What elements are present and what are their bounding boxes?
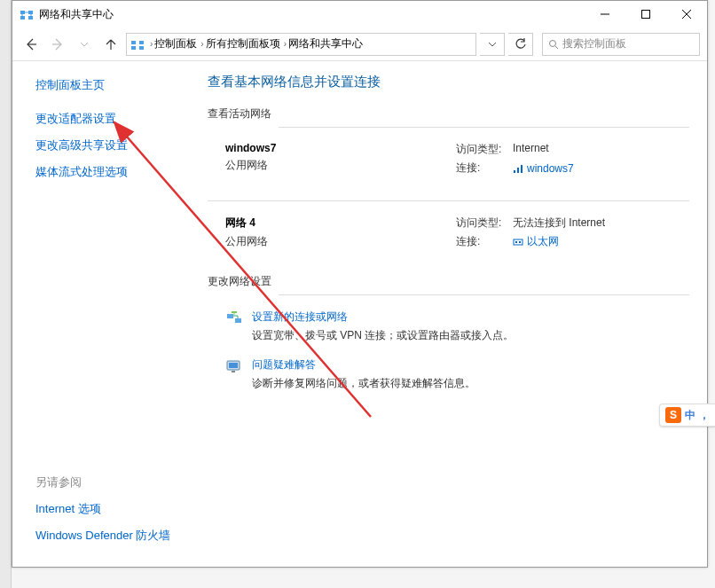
svg-rect-0 bbox=[20, 11, 25, 14]
network-name: 网络 4 bbox=[225, 216, 456, 231]
connection-label: 连接: bbox=[456, 161, 513, 176]
chevron-right-icon[interactable]: › bbox=[150, 39, 153, 49]
search-placeholder: 搜索控制面板 bbox=[562, 36, 626, 51]
settings-item-setup: 设置新的连接或网络 设置宽带、拨号或 VPN 连接；或设置路由器或接入点。 bbox=[225, 310, 689, 343]
breadcrumb[interactable]: › 控制面板› 所有控制面板项› 网络和共享中心 bbox=[126, 33, 476, 56]
ime-mode: 中 bbox=[685, 408, 695, 423]
svg-rect-22 bbox=[514, 239, 522, 245]
access-type-value: 无法连接到 Internet bbox=[513, 216, 605, 231]
nav-back-button[interactable] bbox=[20, 33, 43, 56]
body: 控制面板主页 更改适配器设置 更改高级共享设置 媒体流式处理选项 另请参阅 In… bbox=[12, 61, 707, 567]
network-type: 公用网络 bbox=[225, 158, 456, 173]
svg-rect-15 bbox=[131, 46, 136, 50]
access-type-label: 访问类型: bbox=[456, 142, 513, 157]
access-type-label: 访问类型: bbox=[456, 216, 513, 231]
svg-point-17 bbox=[550, 40, 556, 46]
sidebar-link-internet-options[interactable]: Internet 选项 bbox=[35, 501, 177, 517]
svg-line-18 bbox=[555, 46, 558, 49]
window: 网络和共享中心 › bbox=[12, 0, 708, 568]
svg-rect-2 bbox=[20, 16, 25, 20]
divider bbox=[279, 294, 689, 295]
app-icon bbox=[20, 7, 34, 21]
breadcrumb-label: 控制面板 bbox=[154, 36, 197, 51]
sidebar: 控制面板主页 更改适配器设置 更改高级共享设置 媒体流式处理选项 另请参阅 In… bbox=[12, 61, 190, 567]
setup-connection-link[interactable]: 设置新的连接或网络 bbox=[252, 310, 514, 325]
network-block: 网络 4 公用网络 访问类型: 无法连接到 Internet 连接: 以太网 bbox=[225, 216, 689, 253]
maximize-button[interactable] bbox=[625, 1, 666, 27]
ethernet-icon bbox=[513, 237, 523, 247]
chevron-right-icon: › bbox=[284, 39, 287, 49]
nav-recent-dropdown[interactable] bbox=[73, 33, 96, 56]
breadcrumb-icon bbox=[130, 37, 145, 51]
svg-rect-21 bbox=[521, 165, 522, 173]
sidebar-link-advanced-sharing[interactable]: 更改高级共享设置 bbox=[35, 137, 177, 153]
main-content: 查看基本网络信息并设置连接 查看活动网络 windows7 公用网络 访问类型:… bbox=[190, 61, 707, 567]
connection-value: windows7 bbox=[527, 162, 574, 175]
svg-rect-1 bbox=[28, 11, 33, 14]
sidebar-link-windows-firewall[interactable]: Windows Defender 防火墙 bbox=[35, 528, 177, 544]
refresh-button[interactable] bbox=[508, 33, 533, 56]
change-settings-label: 更改网络设置 bbox=[208, 274, 689, 289]
sidebar-see-also-label: 另请参阅 bbox=[35, 474, 177, 490]
navbar: › 控制面板› 所有控制面板项› 网络和共享中心 搜索控制面板 bbox=[12, 27, 707, 61]
nav-forward-button[interactable] bbox=[46, 33, 69, 56]
divider bbox=[279, 127, 689, 128]
breadcrumb-item[interactable]: 控制面板› bbox=[154, 36, 203, 51]
sidebar-home-link[interactable]: 控制面板主页 bbox=[35, 77, 177, 93]
svg-rect-14 bbox=[139, 41, 144, 44]
svg-rect-27 bbox=[232, 311, 237, 313]
troubleshoot-icon bbox=[225, 357, 243, 375]
search-input[interactable]: 搜索控制面板 bbox=[542, 33, 700, 56]
active-networks-label: 查看活动网络 bbox=[208, 106, 689, 122]
svg-rect-8 bbox=[642, 11, 650, 19]
connection-value: 以太网 bbox=[527, 234, 559, 249]
nav-up-button[interactable] bbox=[99, 33, 122, 56]
window-title: 网络和共享中心 bbox=[39, 7, 585, 22]
svg-rect-13 bbox=[131, 41, 136, 44]
svg-rect-31 bbox=[232, 371, 235, 372]
setup-connection-icon bbox=[225, 310, 243, 327]
network-block: windows7 公用网络 访问类型: Internet 连接: windows… bbox=[225, 142, 689, 179]
svg-rect-24 bbox=[519, 241, 521, 243]
desktop-edge bbox=[0, 0, 12, 588]
titlebar: 网络和共享中心 bbox=[12, 1, 707, 27]
breadcrumb-item[interactable]: 所有控制面板项› bbox=[206, 36, 287, 51]
divider bbox=[208, 200, 689, 201]
ime-indicator[interactable]: S 中 ， bbox=[659, 404, 715, 427]
setup-connection-desc: 设置宽带、拨号或 VPN 连接；或设置路由器或接入点。 bbox=[252, 328, 514, 343]
svg-rect-20 bbox=[517, 168, 519, 173]
svg-rect-25 bbox=[227, 314, 233, 318]
window-controls bbox=[585, 1, 707, 27]
access-type-value: Internet bbox=[513, 142, 549, 157]
breadcrumb-label: 所有控制面板项 bbox=[206, 36, 280, 51]
connection-label: 连接: bbox=[456, 234, 513, 249]
svg-rect-30 bbox=[229, 363, 238, 368]
connection-link[interactable]: windows7 bbox=[513, 161, 574, 176]
breadcrumb-label: 网络和共享中心 bbox=[288, 36, 363, 51]
breadcrumb-item[interactable]: 网络和共享中心 bbox=[288, 36, 363, 51]
page-heading: 查看基本网络信息并设置连接 bbox=[208, 74, 689, 90]
troubleshoot-link[interactable]: 问题疑难解答 bbox=[252, 357, 475, 372]
signal-icon bbox=[513, 163, 523, 174]
search-icon bbox=[548, 39, 559, 50]
connection-link[interactable]: 以太网 bbox=[513, 234, 559, 249]
network-name: windows7 bbox=[225, 142, 456, 154]
sogou-logo-icon: S bbox=[665, 407, 681, 423]
svg-rect-26 bbox=[235, 318, 241, 323]
ime-punct: ， bbox=[699, 408, 710, 423]
troubleshoot-desc: 诊断并修复网络问题，或者获得疑难解答信息。 bbox=[252, 376, 475, 391]
network-type: 公用网络 bbox=[225, 234, 456, 249]
close-button[interactable] bbox=[666, 1, 707, 27]
svg-rect-19 bbox=[514, 170, 515, 173]
chevron-right-icon: › bbox=[200, 39, 203, 49]
sidebar-link-adapter-settings[interactable]: 更改适配器设置 bbox=[35, 111, 177, 127]
minimize-button[interactable] bbox=[585, 1, 625, 27]
svg-rect-3 bbox=[28, 16, 33, 20]
breadcrumb-dropdown[interactable] bbox=[480, 33, 505, 56]
svg-rect-16 bbox=[139, 46, 144, 50]
svg-rect-23 bbox=[515, 241, 517, 243]
settings-item-troubleshoot: 问题疑难解答 诊断并修复网络问题，或者获得疑难解答信息。 bbox=[225, 357, 689, 391]
sidebar-link-media-streaming[interactable]: 媒体流式处理选项 bbox=[35, 164, 177, 180]
